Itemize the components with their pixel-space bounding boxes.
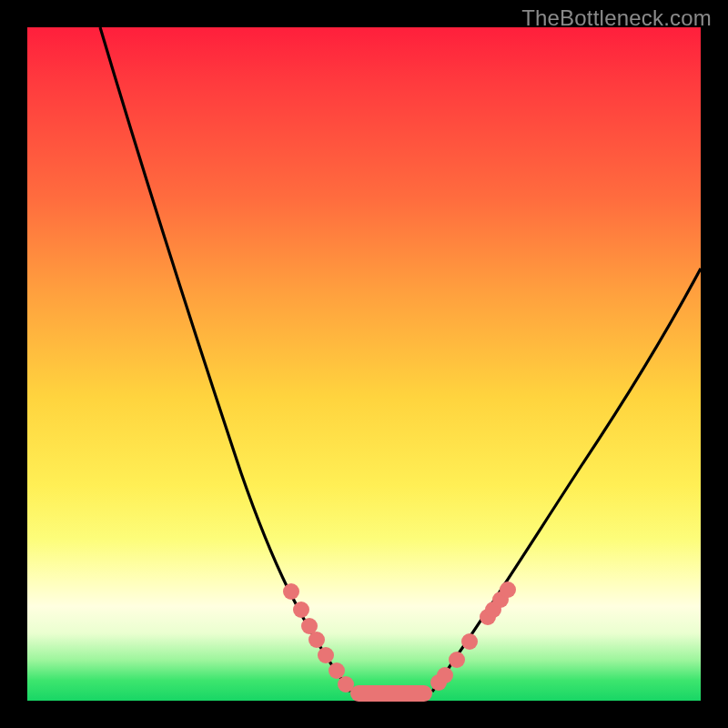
- marker-dot: [437, 667, 453, 683]
- chart-frame: TheBottleneck.com: [0, 0, 728, 728]
- marker-dot: [283, 583, 299, 600]
- curve-left: [100, 27, 350, 692]
- marker-dot: [449, 652, 465, 668]
- marker-dot: [338, 676, 354, 693]
- marker-dot: [500, 581, 516, 598]
- marker-dot: [461, 633, 478, 650]
- marker-dot: [293, 602, 309, 618]
- marker-dot: [318, 647, 334, 663]
- chart-plot-area: [27, 27, 701, 701]
- bottom-flat-marker: [350, 685, 432, 702]
- marker-dot: [329, 662, 345, 679]
- chart-svg: [27, 27, 701, 701]
- curve-right: [432, 268, 701, 692]
- marker-dot: [308, 632, 325, 648]
- watermark-text: TheBottleneck.com: [521, 5, 712, 31]
